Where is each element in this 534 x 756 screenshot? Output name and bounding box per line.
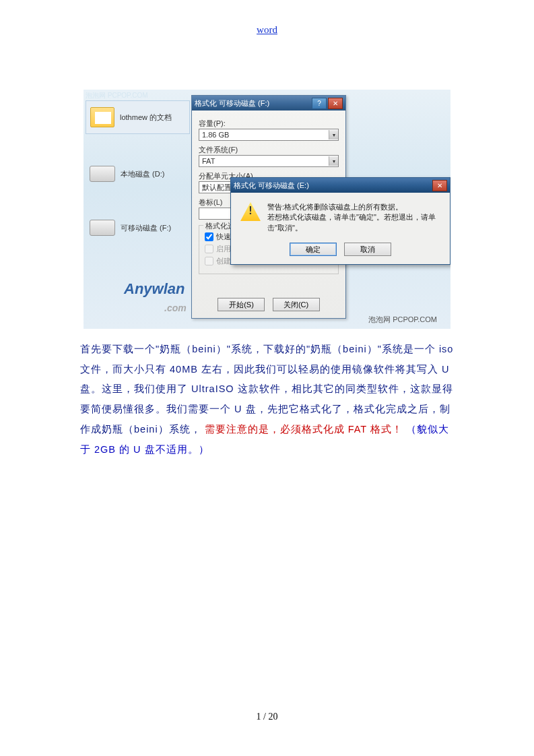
fs-label: 文件系统(F) bbox=[199, 145, 339, 155]
dialog-title-text: 格式化 可移动磁盘 (E:) bbox=[234, 181, 309, 191]
sidebar-docs-label: lothmew 的文档 bbox=[120, 113, 172, 123]
help-button[interactable]: ? bbox=[312, 98, 327, 109]
drive-icon bbox=[90, 166, 115, 182]
warning-dialog: 格式化 可移动磁盘 (E:) ✕ 警告:格式化将删除该磁盘上的所有数据。 若想格… bbox=[230, 177, 450, 265]
embedded-screenshot: 泡泡网 PCPOP.COM lothmew 的文档 本地磁盘 (D:) 可移动磁… bbox=[84, 90, 450, 329]
chevron-down-icon: ▾ bbox=[329, 156, 338, 166]
warning-text: 警告:格式化将删除该磁盘上的所有数据。 若想格式化该磁盘，请单击"确定"。若想退… bbox=[267, 202, 440, 233]
dialog-titlebar[interactable]: 格式化 可移动磁盘 (E:) ✕ bbox=[231, 178, 450, 193]
watermark-top: 泡泡网 PCPOP.COM bbox=[86, 91, 148, 100]
chevron-down-icon: ▾ bbox=[329, 130, 338, 139]
start-button[interactable]: 开始(S) bbox=[218, 298, 265, 311]
folder-icon bbox=[90, 107, 114, 127]
cancel-button[interactable]: 取消 bbox=[344, 243, 391, 256]
close-icon[interactable]: ✕ bbox=[328, 98, 343, 109]
body-paragraph: 首先要下载一个"奶瓶（beini）"系统，下载好的"奶瓶（beini）"系统是一… bbox=[80, 340, 454, 460]
sidebar-removable-disk-label: 可移动磁盘 (F:) bbox=[121, 223, 171, 233]
sidebar-local-disk[interactable]: 本地磁盘 (D:) bbox=[86, 157, 190, 191]
word-link[interactable]: word bbox=[257, 24, 277, 35]
watermark-logo: Anywlan .com bbox=[124, 280, 187, 315]
page-number: 1 / 20 bbox=[0, 712, 534, 722]
sidebar-local-disk-label: 本地磁盘 (D:) bbox=[121, 169, 164, 179]
close-button[interactable]: 关闭(C) bbox=[273, 298, 320, 311]
dialog-title-text: 格式化 可移动磁盘 (F:) bbox=[195, 98, 269, 108]
watermark-bottom: 泡泡网 PCPOP.COM bbox=[368, 315, 437, 325]
capacity-select[interactable]: 1.86 GB▾ bbox=[199, 129, 339, 141]
capacity-label: 容量(P): bbox=[199, 119, 339, 129]
drive-icon bbox=[90, 220, 115, 236]
warning-icon bbox=[240, 202, 261, 221]
dialog-titlebar[interactable]: 格式化 可移动磁盘 (F:) ? ✕ bbox=[192, 96, 345, 111]
sidebar-removable-disk[interactable]: 可移动磁盘 (F:) bbox=[86, 211, 190, 245]
header: word bbox=[0, 0, 534, 36]
sidebar-docs[interactable]: lothmew 的文档 bbox=[86, 100, 190, 134]
close-icon[interactable]: ✕ bbox=[432, 180, 447, 191]
fs-select[interactable]: FAT▾ bbox=[199, 155, 339, 167]
ok-button[interactable]: 确定 bbox=[290, 243, 337, 256]
